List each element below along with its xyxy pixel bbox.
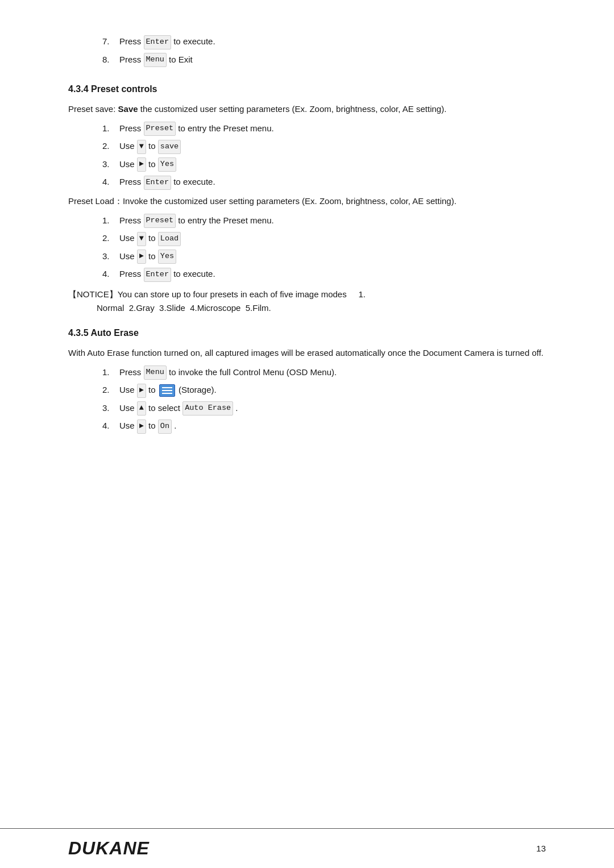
preset-load-step-2: 2. Use ▼ to Load — [102, 231, 546, 246]
preset-load-steps: 1. Press Preset to entry the Preset menu… — [102, 213, 546, 282]
section-4-3-4-heading: 4.3.4 Preset controls — [68, 84, 546, 94]
right-key-4: ► — [137, 420, 146, 434]
auto-erase-steps: 1. Press Menu to invoke the full Control… — [102, 365, 546, 434]
top-steps: 7. Press Enter to execute. 8. Press Menu… — [68, 34, 546, 67]
auto-erase-intro: With Auto Erase function turned on, all … — [68, 346, 546, 360]
preset-save-step-4: 4. Press Enter to execute. — [102, 175, 546, 190]
footer: DUKANE 13 — [0, 828, 614, 868]
up-key-1: ▲ — [137, 401, 146, 416]
step-7-num: 7. — [102, 34, 119, 49]
down-key-1: ▼ — [137, 140, 146, 154]
page-content: 7. Press Enter to execute. 8. Press Menu… — [0, 0, 614, 492]
section-4-3-5: 4.3.5 Auto Erase With Auto Erase functio… — [68, 328, 546, 434]
auto-erase-step-2: 2. Use ► to (Storage). — [102, 383, 546, 398]
menu-key-1: Menu — [144, 53, 167, 67]
top-numbered-list: 7. Press Enter to execute. 8. Press Menu… — [102, 34, 546, 67]
brand-logo: DUKANE — [68, 838, 150, 859]
load-key-1: Load — [158, 232, 181, 246]
auto-erase-step-3: 3. Use ▲ to select Auto Erase . — [102, 401, 546, 416]
yes-key-2: Yes — [158, 250, 176, 264]
auto-erase-key: Auto Erase — [182, 401, 233, 416]
save-key-1: save — [158, 140, 181, 154]
right-key-3: ► — [137, 384, 146, 398]
preset-save-step-3: 3. Use ► to Yes — [102, 157, 546, 172]
notice-block: 【NOTICE】You can store up to four presets… — [68, 288, 546, 316]
right-key-2: ► — [137, 250, 146, 264]
preset-save-label: Save — [118, 104, 138, 114]
storage-icon — [159, 384, 175, 397]
preset-load-step-1: 1. Press Preset to entry the Preset menu… — [102, 213, 546, 229]
enter-key-1: Enter — [144, 35, 172, 49]
auto-erase-step-4: 4. Use ► to On . — [102, 418, 546, 434]
down-key-2: ▼ — [137, 232, 146, 246]
preset-key-2: Preset — [144, 214, 176, 228]
preset-key-1: Preset — [144, 122, 176, 136]
right-key-1: ► — [137, 157, 146, 172]
section-4-3-5-heading: 4.3.5 Auto Erase — [68, 328, 546, 338]
step-8: 8. Press Menu to Exit — [102, 52, 546, 68]
step-8-num: 8. — [102, 52, 119, 68]
on-key-1: On — [158, 420, 172, 434]
preset-load-intro: Preset Load：Invoke the customized user s… — [68, 194, 546, 209]
enter-key-2: Enter — [144, 176, 172, 190]
yes-key-1: Yes — [158, 157, 176, 172]
page-number: 13 — [536, 844, 546, 853]
preset-load-step-3: 3. Use ► to Yes — [102, 249, 546, 264]
preset-save-steps: 1. Press Preset to entry the Preset menu… — [102, 121, 546, 190]
step-7: 7. Press Enter to execute. — [102, 34, 546, 49]
step-7-text: Press Enter to execute. — [119, 34, 215, 49]
preset-save-step-1: 1. Press Preset to entry the Preset menu… — [102, 121, 546, 136]
section-4-3-4: 4.3.4 Preset controls Preset save: Save … — [68, 84, 546, 315]
preset-save-step-2: 2. Use ▼ to save — [102, 139, 546, 154]
step-8-text: Press Menu to Exit — [119, 52, 193, 68]
enter-key-3: Enter — [144, 268, 172, 282]
preset-load-step-4: 4. Press Enter to execute. — [102, 267, 546, 282]
auto-erase-step-1: 1. Press Menu to invoke the full Control… — [102, 365, 546, 380]
preset-save-intro: Preset save: Save the customized user se… — [68, 102, 546, 117]
menu-key-2: Menu — [144, 366, 167, 380]
notice-text: 【NOTICE】You can store up to four presets… — [68, 289, 366, 313]
